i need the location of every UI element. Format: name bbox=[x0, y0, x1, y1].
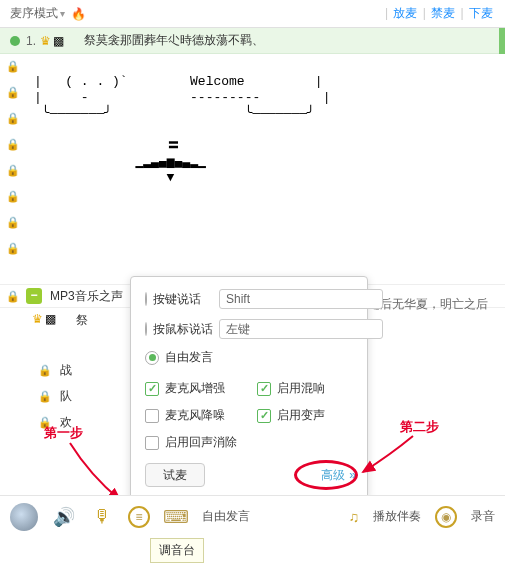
top-bar: 麦序模式 ▾ 🔥 | 放麦 | 禁麦 | 下麦 bbox=[0, 0, 505, 28]
mic-icon[interactable]: 🎙 bbox=[90, 505, 114, 529]
lock-icon: 🔒 bbox=[6, 60, 18, 72]
mixer-button[interactable]: ≡ bbox=[128, 506, 150, 528]
lock-icon: 🔒 bbox=[6, 86, 18, 98]
chk-reverb-row[interactable]: 启用混响 bbox=[257, 380, 353, 397]
list-item-label: 队 bbox=[60, 388, 72, 405]
opt-free-talk-label: 自由发言 bbox=[165, 349, 225, 366]
crown-icon: ♛ bbox=[40, 34, 51, 48]
speaker-message: 祭莫衾那圊葬年尐時德放蕩不羁、 bbox=[84, 32, 264, 49]
lock-icon: 🔒 bbox=[6, 138, 18, 150]
chevron-right-icon: » bbox=[349, 468, 353, 482]
chk-label: 麦克风增强 bbox=[165, 380, 225, 397]
lock-icon: 🔒 bbox=[6, 112, 18, 124]
record-icon[interactable]: ◉ bbox=[435, 506, 457, 528]
list-item-label: 欢 bbox=[60, 414, 72, 431]
lock-icon: 🔒 bbox=[38, 390, 50, 402]
list-item-label: 战 bbox=[60, 362, 72, 379]
lock-icon: 🔒 bbox=[6, 190, 18, 202]
chk-echo-row[interactable]: 启用回声消除 bbox=[145, 434, 241, 451]
radio-icon[interactable] bbox=[145, 292, 147, 306]
opt-mouse-talk-label: 按鼠标说话 bbox=[153, 321, 213, 338]
queue-index: 1. bbox=[26, 34, 36, 48]
accompany-label[interactable]: 播放伴奏 bbox=[373, 508, 421, 525]
link-leave-mic[interactable]: 下麦 bbox=[469, 6, 493, 20]
lock-icon: 🔒 bbox=[6, 216, 18, 228]
key-input[interactable] bbox=[219, 289, 383, 309]
chk-mic-nr-row[interactable]: 麦克风降噪 bbox=[145, 407, 241, 424]
mouse-input[interactable] bbox=[219, 319, 383, 339]
user-name: 祭 bbox=[76, 312, 88, 329]
mp3-label: MP3音乐之声 bbox=[50, 288, 123, 305]
mic-links: | 放麦 | 禁麦 | 下麦 bbox=[385, 5, 495, 22]
checkbox-icon[interactable] bbox=[257, 382, 271, 396]
link-mute-mic[interactable]: 禁麦 bbox=[431, 6, 455, 20]
chk-label: 启用变声 bbox=[277, 407, 325, 424]
scrollbar[interactable] bbox=[499, 28, 505, 54]
pixel-badge-icon: ▩ bbox=[53, 34, 64, 48]
speaking-dot-icon bbox=[10, 36, 20, 46]
crown-icon: ♛ bbox=[32, 312, 43, 326]
opt-mouse-talk-row[interactable]: 按鼠标说话 bbox=[145, 319, 353, 339]
radio-icon[interactable] bbox=[145, 322, 147, 336]
chk-label: 启用混响 bbox=[277, 380, 325, 397]
opt-key-talk-row[interactable]: 按键说话 bbox=[145, 289, 353, 309]
lock-icon: 🔒 bbox=[6, 242, 18, 254]
avatar[interactable] bbox=[10, 503, 38, 531]
chk-voice-row[interactable]: 启用变声 bbox=[257, 407, 353, 424]
mixer-tooltip: 调音台 bbox=[150, 538, 204, 563]
fire-icon: 🔥 bbox=[71, 7, 86, 21]
advanced-button[interactable]: 高级» bbox=[321, 467, 353, 484]
chk-label: 麦克风降噪 bbox=[165, 407, 225, 424]
lock-icon: 🔒 bbox=[38, 364, 50, 376]
lock-icon: 🔒 bbox=[38, 416, 50, 428]
keyboard-icon[interactable]: ⌨ bbox=[164, 505, 188, 529]
link-release-mic[interactable]: 放麦 bbox=[393, 6, 417, 20]
stage-area: 🔒 🔒 🔒 🔒 🔒 🔒 🔒 🔒 | ( . . )` Welcome | | -… bbox=[0, 54, 505, 284]
chevron-down-icon[interactable]: ▾ bbox=[60, 8, 65, 19]
ascii-welcome: | ( . . )` Welcome | | - --------- | ╰——… bbox=[34, 74, 330, 186]
lock-icon: 🔒 bbox=[6, 164, 18, 176]
checkbox-icon[interactable] bbox=[145, 382, 159, 396]
radio-icon[interactable] bbox=[145, 351, 159, 365]
music-note-icon: ♫ bbox=[349, 509, 360, 525]
chk-label: 启用回声消除 bbox=[165, 434, 237, 451]
current-speaker-row[interactable]: 1. ♛ ▩ 祭莫衾那圊葬年尐時德放蕩不羁、 bbox=[0, 28, 505, 54]
opt-free-talk-row[interactable]: 自由发言 bbox=[145, 349, 353, 366]
opt-key-talk-label: 按键说话 bbox=[153, 291, 213, 308]
lock-icon: 🔒 bbox=[6, 290, 18, 302]
checkbox-icon[interactable] bbox=[145, 436, 159, 450]
speaker-icon[interactable]: 🔊 bbox=[52, 505, 76, 529]
advanced-label: 高级 bbox=[321, 468, 345, 482]
tail-text: 之后无华夏，明亡之后 bbox=[368, 296, 488, 313]
collapse-icon[interactable]: − bbox=[26, 288, 42, 304]
pixel-badge-icon: ▩ bbox=[45, 312, 56, 326]
checkbox-icon[interactable] bbox=[145, 409, 159, 423]
chk-mic-boost-row[interactable]: 麦克风增强 bbox=[145, 380, 241, 397]
bottom-toolbar: 🔊 🎙 ≡ ⌨ 自由发言 ♫ 播放伴奏 ◉ 录音 bbox=[0, 495, 505, 537]
test-mic-button[interactable]: 试麦 bbox=[145, 463, 205, 487]
mic-settings-panel: 按键说话 按鼠标说话 自由发言 麦克风增强 启用混响 麦克风降噪 启用变声 启用… bbox=[130, 276, 368, 500]
record-label[interactable]: 录音 bbox=[471, 508, 495, 525]
checkbox-icon[interactable] bbox=[257, 409, 271, 423]
mic-mode-label: 麦序模式 bbox=[10, 5, 58, 22]
free-speak-label[interactable]: 自由发言 bbox=[202, 508, 250, 525]
